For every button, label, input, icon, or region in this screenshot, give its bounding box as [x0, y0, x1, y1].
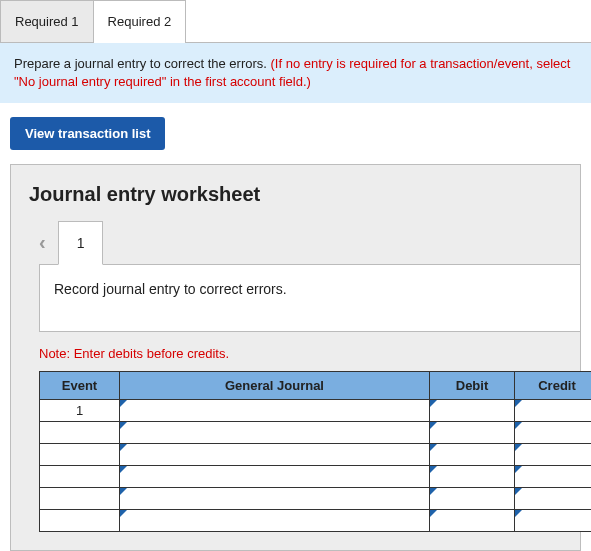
cell-general-journal[interactable] [120, 422, 430, 444]
dropdown-indicator-icon [120, 422, 127, 429]
cell-debit[interactable] [430, 488, 515, 510]
header-debit: Debit [430, 372, 515, 400]
dropdown-indicator-icon [120, 510, 127, 517]
dropdown-indicator-icon [120, 444, 127, 451]
worksheet-title: Journal entry worksheet [29, 183, 580, 206]
top-tab-bar: Required 1 Required 2 [0, 0, 591, 43]
view-transaction-list-button[interactable]: View transaction list [10, 117, 165, 150]
dropdown-indicator-icon [120, 466, 127, 473]
worksheet-description: Record journal entry to correct errors. [39, 264, 580, 332]
cell-general-journal[interactable] [120, 400, 430, 422]
cell-general-journal[interactable] [120, 444, 430, 466]
table-row [40, 488, 592, 510]
table-row [40, 422, 592, 444]
table-row [40, 510, 592, 532]
dropdown-indicator-icon [430, 400, 437, 407]
cell-general-journal[interactable] [120, 488, 430, 510]
cell-event [40, 466, 120, 488]
dropdown-indicator-icon [430, 422, 437, 429]
dropdown-indicator-icon [515, 422, 522, 429]
header-general-journal: General Journal [120, 372, 430, 400]
dropdown-indicator-icon [515, 444, 522, 451]
cell-credit[interactable] [515, 422, 592, 444]
dropdown-indicator-icon [515, 510, 522, 517]
instructions-text: Prepare a journal entry to correct the e… [14, 56, 271, 71]
cell-debit[interactable] [430, 510, 515, 532]
chevron-left-icon[interactable]: ‹ [39, 231, 46, 254]
tab-required-2[interactable]: Required 2 [93, 0, 187, 42]
cell-event [40, 488, 120, 510]
table-body: 1 [40, 400, 592, 532]
cell-credit[interactable] [515, 488, 592, 510]
cell-debit[interactable] [430, 400, 515, 422]
dropdown-indicator-icon [515, 466, 522, 473]
header-event: Event [40, 372, 120, 400]
dropdown-indicator-icon [430, 510, 437, 517]
cell-event [40, 510, 120, 532]
worksheet-frame: Journal entry worksheet ‹ 1 Record journ… [10, 164, 581, 551]
dropdown-indicator-icon [515, 400, 522, 407]
worksheet-note: Note: Enter debits before credits. [39, 346, 580, 361]
header-credit: Credit [515, 372, 592, 400]
tab-required-1[interactable]: Required 1 [0, 0, 94, 42]
dropdown-indicator-icon [430, 444, 437, 451]
instructions-panel: Prepare a journal entry to correct the e… [0, 43, 591, 103]
button-bar: View transaction list [0, 103, 591, 164]
cell-credit[interactable] [515, 510, 592, 532]
dropdown-indicator-icon [430, 488, 437, 495]
table-header-row: Event General Journal Debit Credit [40, 372, 592, 400]
table-row [40, 466, 592, 488]
journal-entry-table: Event General Journal Debit Credit 1 [39, 371, 591, 532]
worksheet-subtab-1[interactable]: 1 [58, 221, 104, 265]
dropdown-indicator-icon [515, 488, 522, 495]
dropdown-indicator-icon [120, 400, 127, 407]
cell-event: 1 [40, 400, 120, 422]
dropdown-indicator-icon [430, 466, 437, 473]
table-row [40, 444, 592, 466]
worksheet-subtab-row: ‹ 1 [39, 220, 580, 264]
cell-event [40, 444, 120, 466]
cell-credit[interactable] [515, 444, 592, 466]
cell-credit[interactable] [515, 466, 592, 488]
cell-event [40, 422, 120, 444]
cell-general-journal[interactable] [120, 510, 430, 532]
table-row: 1 [40, 400, 592, 422]
cell-debit[interactable] [430, 444, 515, 466]
cell-debit[interactable] [430, 422, 515, 444]
cell-general-journal[interactable] [120, 466, 430, 488]
dropdown-indicator-icon [120, 488, 127, 495]
cell-debit[interactable] [430, 466, 515, 488]
cell-credit[interactable] [515, 400, 592, 422]
